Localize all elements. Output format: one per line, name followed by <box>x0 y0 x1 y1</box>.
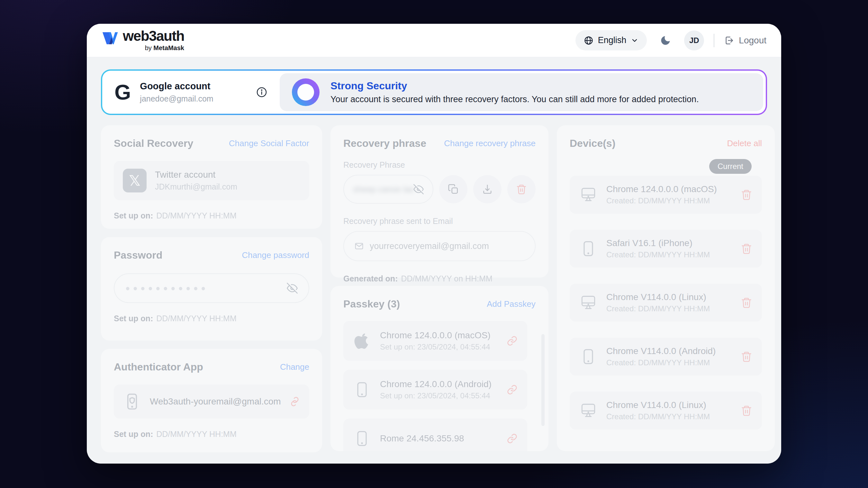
toggle-password-visibility-button[interactable] <box>287 283 298 294</box>
globe-icon <box>584 36 593 45</box>
card-title: Device(s) <box>570 137 615 150</box>
login-account-section: G Google account janedoe@gmail.com <box>102 71 280 114</box>
security-status-title: Strong Security <box>331 80 699 92</box>
recovery-phrase-hidden-value: sheep canoe ladder mo <box>353 185 413 194</box>
unlink-authenticator-button[interactable] <box>289 396 300 407</box>
password-masked-value: ●●●●●●●●●●● <box>125 284 208 293</box>
web3auth-logo-icon <box>101 31 118 45</box>
card-title: Social Recovery <box>114 137 193 150</box>
delete-device-button[interactable] <box>741 351 752 362</box>
mail-icon <box>354 241 364 251</box>
passkey-list: Chrome 124.0.0.0 (macOS) Set up on: 23/0… <box>343 321 535 451</box>
delete-device-button[interactable] <box>741 405 752 416</box>
trash-icon <box>741 189 752 200</box>
copy-icon <box>448 184 459 195</box>
passkey-row: Rome 24.456.355.98 <box>343 419 527 451</box>
brand-name: web3auth <box>123 29 184 43</box>
passkey-row: Chrome 124.0.0.0 (macOS) Set up on: 23/0… <box>343 321 527 361</box>
header-divider <box>714 34 714 47</box>
trash-icon <box>516 184 527 195</box>
device-row: Chrome 124.0.0.0 (macOS) Created: DD/MM/… <box>570 176 762 214</box>
factor-title: Twitter account <box>155 170 237 180</box>
factor-email: JDKmurthi@gmail.com <box>155 182 237 192</box>
avatar[interactable]: JD <box>684 31 704 51</box>
security-status-section: Strong Security Your account is secured … <box>280 73 763 111</box>
toggle-phrase-visibility-button[interactable] <box>413 184 424 194</box>
eye-off-icon <box>287 283 298 294</box>
page-body: G Google account janedoe@gmail.com Stron… <box>87 57 781 464</box>
moon-icon <box>660 35 671 46</box>
main-panel: web3auth by MetaMask English <box>87 24 781 464</box>
link-icon <box>507 384 518 395</box>
chevron-down-icon <box>631 37 639 44</box>
passkey-link-button[interactable] <box>507 335 518 346</box>
card-title: Authenticator App <box>114 361 203 373</box>
change-authenticator-link[interactable]: Change <box>280 362 309 372</box>
account-title: Google account <box>140 81 213 92</box>
twitter-factor-row: 𝕏 Twitter account JDKmurthi@gmail.com <box>114 161 309 200</box>
device-row: Safari V16.1 (iPhone) Created: DD/MM/YYY… <box>570 230 762 268</box>
delete-device-button[interactable] <box>741 189 752 200</box>
recovery-phrase-field[interactable]: sheep canoe ladder mo <box>343 175 433 204</box>
passkey-link-button[interactable] <box>507 384 518 395</box>
passkey-card: Passkey (3) Add Passkey Chrome 124.0.0 <box>331 286 549 451</box>
authenticator-card: Authenticator App Change Web3auth-yourem… <box>101 349 322 452</box>
current-device-badge: Current <box>709 159 752 174</box>
change-recovery-phrase-link[interactable]: Change recovery phrase <box>444 138 535 149</box>
change-social-factor-link[interactable]: Change Social Factor <box>229 138 309 149</box>
download-icon <box>482 184 493 195</box>
recovery-email-value: yourrecoveryemail@gmail.com <box>370 241 489 251</box>
change-password-link[interactable]: Change password <box>242 250 309 260</box>
download-phrase-button[interactable] <box>473 175 501 203</box>
delete-device-button[interactable] <box>741 297 752 308</box>
copy-phrase-button[interactable] <box>439 175 467 203</box>
trash-icon <box>741 243 752 255</box>
security-ring-icon <box>292 78 319 106</box>
phone-icon <box>581 240 595 257</box>
recovery-email-field[interactable]: yourrecoveryemail@gmail.com <box>343 231 535 261</box>
social-recovery-card: Social Recovery Change Social Factor 𝕏 T… <box>101 125 322 229</box>
delete-phrase-button[interactable] <box>507 175 535 203</box>
language-selector[interactable]: English <box>576 30 647 51</box>
passkey-scrollbar[interactable] <box>541 334 545 426</box>
phone-icon <box>581 348 595 365</box>
brand-logo: web3auth by MetaMask <box>101 29 184 52</box>
account-info-button[interactable] <box>256 87 268 98</box>
card-title: Password <box>114 249 162 261</box>
passkey-link-button[interactable] <box>507 433 518 444</box>
security-banner: G Google account janedoe@gmail.com Stron… <box>101 69 767 115</box>
recovery-phrase-card: Recovery phrase Change recovery phrase R… <box>331 125 549 278</box>
devices-card: Device(s) Delete all Current <box>557 125 775 451</box>
device-list: Current Chrome 124.0.0.0 (macOS) Crea <box>570 176 762 429</box>
delete-device-button[interactable] <box>741 243 752 255</box>
authenticator-row: Web3auth-youremail@gmal.com <box>114 385 309 419</box>
dark-mode-toggle[interactable] <box>660 35 671 46</box>
device-row: Chrome V114.0.0 (Linux) Created: DD/MM/Y… <box>570 284 762 322</box>
phone-icon <box>355 430 369 447</box>
password-field[interactable]: ●●●●●●●●●●● <box>114 273 309 303</box>
passkey-row: Chrome 124.0.0.0 (Android) Set up on: 23… <box>343 370 527 410</box>
setup-on-line: Set up on:DD/MM/YYYY HH:MM <box>114 314 309 323</box>
device-row: Chrome V114.0.0 (Linux) Created: DD/MM/Y… <box>570 392 762 429</box>
phone-shield-icon <box>123 392 142 411</box>
delete-all-devices-link[interactable]: Delete all <box>727 138 762 149</box>
desktop-icon <box>580 187 597 202</box>
trash-icon <box>741 351 752 362</box>
desktop-icon <box>580 403 597 418</box>
card-title: Recovery phrase <box>343 137 426 150</box>
logout-icon <box>724 35 734 45</box>
x-twitter-icon: 𝕏 <box>123 169 147 192</box>
recovery-email-label: Recovery phrase sent to Email <box>343 217 535 226</box>
setup-on-line: Set up on:DD/MM/YYYY HH:MM <box>114 211 309 220</box>
link-icon <box>507 335 518 346</box>
eye-off-icon <box>413 184 424 194</box>
authenticator-account: Web3auth-youremail@gmal.com <box>150 396 281 407</box>
account-email: janedoe@gmail.com <box>140 94 213 103</box>
link-broken-icon <box>289 396 300 407</box>
password-card: Password Change password ●●●●●●●●●●● <box>101 237 322 340</box>
avatar-initials: JD <box>689 36 699 45</box>
language-label: English <box>598 35 626 45</box>
link-icon <box>507 433 518 444</box>
logout-button[interactable]: Logout <box>724 35 767 45</box>
add-passkey-link[interactable]: Add Passkey <box>487 299 535 309</box>
